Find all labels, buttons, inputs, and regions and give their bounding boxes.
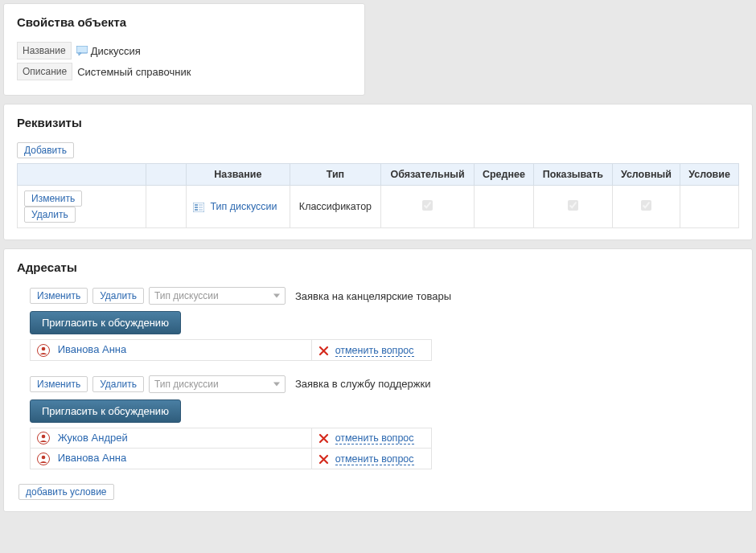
svg-rect-0 bbox=[76, 46, 88, 53]
svg-rect-3 bbox=[199, 204, 203, 206]
requisites-table: Название Тип Обязательный Среднее Показы… bbox=[17, 163, 739, 228]
cancel-question-link[interactable]: отменить вопрос bbox=[335, 432, 414, 444]
user-table: Иванова Анна отменить вопрос bbox=[30, 339, 432, 361]
classifier-icon bbox=[193, 203, 204, 212]
cancel-question-link[interactable]: отменить вопрос bbox=[335, 345, 414, 357]
group-title: Заявка в службу поддержки bbox=[295, 378, 430, 390]
name-value-cell: Дискуссия bbox=[72, 43, 146, 59]
edit-button[interactable]: Изменить bbox=[30, 376, 88, 392]
requisite-row: Изменить Удалить Тип дискуссии Классифик… bbox=[18, 186, 739, 228]
avatar-icon bbox=[37, 344, 50, 357]
svg-rect-5 bbox=[199, 207, 203, 208]
svg-rect-6 bbox=[195, 209, 198, 211]
chat-icon bbox=[76, 46, 88, 55]
property-row-description: Описание Системный справочник bbox=[17, 63, 351, 80]
object-properties-panel: Свойства объекта Название Дискуссия Опис… bbox=[3, 3, 365, 96]
cancel-icon bbox=[318, 454, 329, 465]
avatar-icon bbox=[37, 432, 50, 444]
property-row-name: Название Дискуссия bbox=[17, 42, 351, 59]
delete-button[interactable]: Удалить bbox=[24, 207, 76, 223]
group-title: Заявка на канцелярские товары bbox=[295, 290, 451, 302]
col-type: Тип bbox=[290, 164, 381, 186]
edit-button[interactable]: Изменить bbox=[24, 190, 82, 207]
required-checkbox bbox=[422, 200, 433, 211]
discussion-type-dropdown[interactable]: Тип дискуссии bbox=[149, 375, 286, 393]
name-label: Название bbox=[17, 42, 72, 59]
add-condition-button[interactable]: добавить условие bbox=[18, 484, 114, 500]
conditional-checkbox bbox=[641, 200, 651, 211]
user-link[interactable]: Иванова Анна bbox=[58, 452, 127, 464]
addressees-heading: Адресаты bbox=[17, 260, 739, 274]
cancel-icon bbox=[318, 433, 329, 444]
col-average: Среднее bbox=[474, 164, 533, 186]
col-show: Показывать bbox=[533, 164, 612, 186]
svg-rect-2 bbox=[195, 204, 198, 206]
addressee-group: Изменить Удалить Тип дискуссии Заявка на… bbox=[30, 287, 739, 361]
col-condition: Условие bbox=[680, 164, 739, 186]
delete-button[interactable]: Удалить bbox=[92, 288, 144, 304]
svg-rect-4 bbox=[195, 207, 198, 208]
requisite-name-link[interactable]: Тип дискуссии bbox=[210, 201, 277, 212]
requisite-type: Классификатор bbox=[290, 186, 381, 228]
user-link[interactable]: Жуков Андрей bbox=[58, 432, 128, 444]
cancel-icon bbox=[318, 346, 329, 356]
col-actions bbox=[18, 164, 146, 186]
col-conditional: Условный bbox=[612, 164, 680, 186]
svg-point-13 bbox=[42, 455, 46, 459]
show-checkbox bbox=[568, 200, 578, 211]
user-row: Иванова Анна отменить вопрос bbox=[31, 340, 432, 361]
user-table: Жуков Андрей отменить вопрос Иванова Анн… bbox=[30, 428, 432, 469]
addressee-group: Изменить Удалить Тип дискуссии Заявка в … bbox=[30, 375, 739, 469]
col-spacer bbox=[146, 164, 187, 186]
discussion-type-dropdown[interactable]: Тип дискуссии bbox=[149, 287, 286, 305]
col-required: Обязательный bbox=[381, 164, 475, 186]
desc-label: Описание bbox=[17, 63, 72, 80]
svg-point-9 bbox=[42, 346, 46, 350]
requisites-heading: Реквизиты bbox=[17, 116, 739, 129]
svg-point-11 bbox=[42, 435, 46, 439]
properties-heading: Свойства объекта bbox=[17, 15, 351, 29]
edit-button[interactable]: Изменить bbox=[30, 288, 88, 304]
user-row: Жуков Андрей отменить вопрос bbox=[31, 428, 432, 449]
user-link[interactable]: Иванова Анна bbox=[58, 343, 127, 355]
avatar-icon bbox=[37, 453, 50, 465]
invite-button[interactable]: Пригласить к обсуждению bbox=[30, 311, 181, 334]
invite-button[interactable]: Пригласить к обсуждению bbox=[30, 399, 181, 423]
delete-button[interactable]: Удалить bbox=[92, 376, 144, 392]
desc-value: Системный справочник bbox=[72, 63, 195, 80]
cancel-question-link[interactable]: отменить вопрос bbox=[335, 453, 414, 465]
requisites-panel: Реквизиты Добавить Название Тип Обязател… bbox=[3, 104, 753, 240]
name-value: Дискуссия bbox=[91, 45, 141, 57]
add-button[interactable]: Добавить bbox=[17, 142, 74, 158]
col-name: Название bbox=[187, 164, 290, 186]
user-row: Иванова Анна отменить вопрос bbox=[31, 449, 432, 469]
addressees-panel: Адресаты Изменить Удалить Тип дискуссии … bbox=[3, 248, 753, 512]
svg-rect-7 bbox=[199, 209, 203, 211]
